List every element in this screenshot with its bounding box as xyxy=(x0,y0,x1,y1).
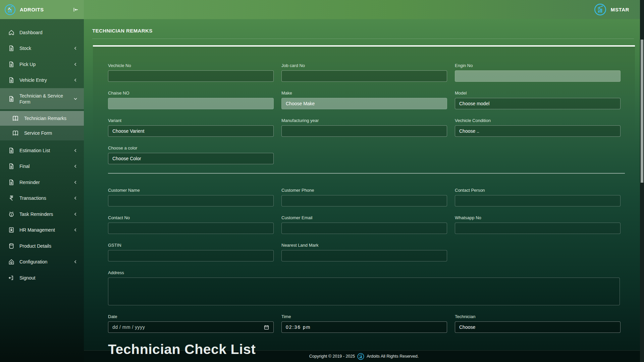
vechicle-condition-select[interactable]: Choose .. xyxy=(455,125,621,137)
sidebar-item-hr-management[interactable]: HR Management xyxy=(0,222,84,238)
signout-icon xyxy=(8,275,15,281)
whatsapp-no-label: Whatsapp No xyxy=(455,215,621,220)
main-area: MSTAR TECHNICIAN REMARKS Vechicle No Job… xyxy=(84,0,644,362)
sidebar-subitem-service-form[interactable]: Service Form xyxy=(0,126,84,140)
alarm-icon xyxy=(8,211,15,218)
manufacturing-year-input[interactable] xyxy=(281,125,447,137)
collapse-sidebar-icon[interactable] xyxy=(72,6,79,13)
whatsapp-no-input[interactable] xyxy=(455,223,621,234)
sidebar-item-pick-up[interactable]: Pick Up xyxy=(0,56,84,72)
contact-person-label: Contact Person xyxy=(455,188,621,193)
topbar-brand: MSTAR xyxy=(611,7,629,12)
customer-name-input[interactable] xyxy=(108,195,274,206)
variant-label: Variant xyxy=(108,118,274,123)
model-label: Model xyxy=(455,90,621,96)
mstar-logo-icon xyxy=(594,3,606,16)
document-icon xyxy=(8,61,15,68)
rupee-icon xyxy=(8,195,15,201)
page-content: TECHNICIAN REMARKS Vechicle No Job card … xyxy=(84,19,644,362)
section-divider xyxy=(108,173,625,174)
sidebar-item-technician-service-form[interactable]: Technician & Service Form xyxy=(0,88,84,109)
chaise-no-input[interactable] xyxy=(108,98,274,109)
vertical-scrollbar[interactable] xyxy=(640,0,644,362)
chevron-left-icon xyxy=(72,195,78,201)
technician-label: Technician xyxy=(455,314,621,319)
document-icon xyxy=(8,77,15,83)
color-select[interactable]: Choose Color xyxy=(108,153,274,164)
gstin-label: GSTIN xyxy=(108,243,274,248)
sidebar-item-final[interactable]: Final xyxy=(0,159,84,175)
brand-name: ADROITS xyxy=(20,7,44,12)
engin-no-input[interactable] xyxy=(455,70,621,82)
open-book-icon xyxy=(12,115,19,122)
time-input[interactable]: 02:36 pm xyxy=(281,321,447,333)
vechicle-no-label: Vechicle No xyxy=(108,63,274,68)
document-icon xyxy=(8,147,15,154)
home-icon xyxy=(8,29,15,36)
chevron-left-icon xyxy=(72,227,78,233)
technician-check-list-heading: Technician Check List xyxy=(108,342,620,357)
technician-remarks-form: Vechicle No Job card No Engin No xyxy=(93,45,635,357)
make-select[interactable]: Choose Make xyxy=(281,98,447,109)
date-input[interactable]: dd / mm / yyyy xyxy=(108,321,274,333)
chevron-left-icon xyxy=(72,147,78,154)
title-divider xyxy=(92,39,634,39)
model-select[interactable]: Choose model xyxy=(455,98,621,109)
make-label: Make xyxy=(281,90,447,96)
variant-select[interactable]: Choose Varient xyxy=(108,125,274,137)
address-label: Address xyxy=(108,270,620,275)
job-card-no-input[interactable] xyxy=(281,70,447,82)
chevron-left-icon xyxy=(72,61,78,67)
customer-phone-input[interactable] xyxy=(281,195,447,206)
address-textarea[interactable] xyxy=(108,278,620,305)
chevron-left-icon xyxy=(72,163,78,169)
topbar: MSTAR xyxy=(84,0,644,19)
engin-no-label: Engin No xyxy=(455,63,621,68)
customer-email-input[interactable] xyxy=(281,223,447,234)
sidebar-subitem-technician-remarks[interactable]: Technician Remarks xyxy=(0,111,84,126)
sidebar: ADROITS Dashboard xyxy=(0,0,84,362)
date-label: Date xyxy=(108,314,274,319)
sidebar-item-signout[interactable]: Signout xyxy=(0,270,84,286)
chevron-left-icon xyxy=(72,77,78,83)
chevron-left-icon xyxy=(72,259,78,265)
customer-name-label: Customer Name xyxy=(108,188,274,193)
scrollbar-thumb[interactable] xyxy=(641,40,643,183)
adroits-logo-icon xyxy=(4,4,16,15)
sidebar-item-vehicle-entry[interactable]: Vehicle Entry xyxy=(0,72,84,88)
color-label: Choose a color xyxy=(108,145,274,150)
time-label: Time xyxy=(281,314,447,319)
sidebar-item-task-reminders[interactable]: Task Reminders xyxy=(0,206,84,222)
sidebar-header: ADROITS xyxy=(0,0,84,19)
nearest-land-mark-label: Nearest Land Mark xyxy=(281,243,447,248)
calendar-icon[interactable] xyxy=(264,324,269,330)
document-icon xyxy=(8,45,15,52)
document-icon xyxy=(8,96,15,102)
chevron-left-icon xyxy=(72,45,78,51)
database-icon xyxy=(8,243,15,249)
manufacturing-year-label: Manufacturing year xyxy=(281,118,447,123)
contact-no-label: Contact No xyxy=(108,215,274,220)
sidebar-item-stock[interactable]: Stock xyxy=(0,41,84,57)
sidebar-item-dashboard[interactable]: Dashboard xyxy=(0,24,84,41)
sidebar-item-reminder[interactable]: Reminder xyxy=(0,174,84,190)
page-title: TECHNICIAN REMARKS xyxy=(92,28,644,34)
gstin-input[interactable] xyxy=(108,250,274,261)
document-icon xyxy=(8,163,15,170)
chaise-no-label: Chaise NO xyxy=(108,90,274,96)
job-card-no-label: Job card No xyxy=(281,63,447,68)
open-book-icon xyxy=(12,130,19,136)
sidebar-item-product-details[interactable]: Product Details xyxy=(0,238,84,254)
chevron-left-icon xyxy=(72,211,78,217)
sidebar-item-configuration[interactable]: Configuration xyxy=(0,254,84,270)
contact-person-input[interactable] xyxy=(455,195,621,206)
customer-phone-label: Customer Phone xyxy=(281,188,447,193)
chevron-left-icon xyxy=(72,179,78,185)
sidebar-item-estimation-list[interactable]: Estimation List xyxy=(0,142,84,159)
technician-select[interactable]: Choose xyxy=(455,321,621,333)
technician-service-submenu: Technician Remarks Service Form xyxy=(0,111,84,140)
contact-no-input[interactable] xyxy=(108,223,274,234)
nearest-land-mark-input[interactable] xyxy=(281,250,447,261)
sidebar-item-transactions[interactable]: Transactions xyxy=(0,190,84,206)
vechicle-no-input[interactable] xyxy=(108,70,274,82)
